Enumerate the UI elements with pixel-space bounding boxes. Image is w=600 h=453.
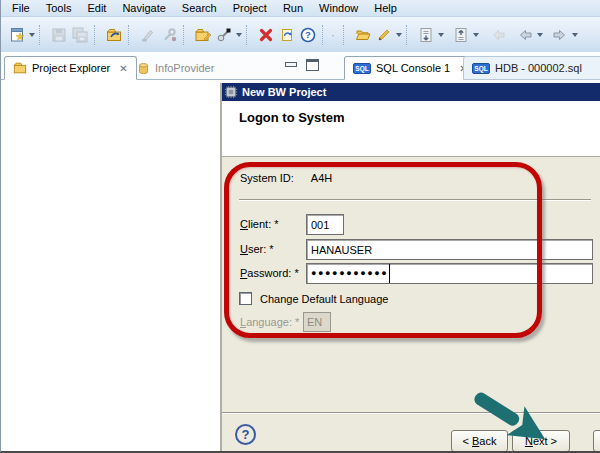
- spacer-dot-icon: ·: [331, 29, 339, 41]
- password-input[interactable]: ●●●●●●●●●●●: [306, 263, 593, 284]
- client-input[interactable]: [306, 214, 344, 235]
- dialog-header: Logon to System: [222, 101, 600, 157]
- refresh-script-icon[interactable]: [276, 24, 297, 46]
- toolbar-separator: [128, 25, 135, 45]
- knife-tool-icon[interactable]: [137, 24, 158, 46]
- folder-edit-icon[interactable]: [192, 24, 213, 46]
- minimize-icon[interactable]: [285, 62, 297, 67]
- menu-tools[interactable]: Tools: [38, 0, 80, 16]
- highlighter-dropdown-icon[interactable]: [396, 33, 402, 37]
- folder-icon: [13, 61, 27, 75]
- export-sync-icon[interactable]: [103, 24, 124, 46]
- menu-bar: File Tools Edit Navigate Search Project …: [1, 0, 600, 17]
- save-all-icon[interactable]: [69, 24, 90, 46]
- previous-annotation-icon[interactable]: [450, 24, 471, 46]
- toolbar-separator: [183, 25, 190, 45]
- sql-icon: SQL: [472, 63, 490, 74]
- tab-sql-console[interactable]: SQL SQL Console 1 ✕: [344, 56, 477, 80]
- toolbar-separator: [94, 25, 101, 45]
- separator: [222, 412, 600, 414]
- save-icon[interactable]: [48, 24, 69, 46]
- toolbar-separator: [343, 25, 350, 45]
- tab-infoprovider[interactable]: InfoProvider: [129, 56, 222, 80]
- cylinder-icon: [137, 62, 150, 75]
- maximize-icon[interactable]: [306, 59, 319, 71]
- page-title: Logon to System: [222, 101, 600, 125]
- key-tool-icon[interactable]: [213, 24, 234, 46]
- tab-strip: Project Explorer ✕ InfoProvider SQL SQL …: [1, 53, 600, 80]
- toolbar-separator: [406, 25, 413, 45]
- dialog-title: New BW Project: [242, 86, 326, 98]
- menu-edit[interactable]: Edit: [79, 0, 114, 16]
- help-button[interactable]: ?: [235, 424, 256, 445]
- key-tool-dropdown-icon[interactable]: [236, 33, 242, 37]
- open-folder-icon[interactable]: [352, 24, 373, 46]
- next-annotation-dropdown-icon[interactable]: [438, 33, 444, 37]
- eclipse-window: File Tools Edit Navigate Search Project …: [0, 0, 600, 453]
- tab-hdb-sql[interactable]: SQL HDB - 000002.sql: [463, 56, 600, 80]
- tab-project-explorer[interactable]: Project Explorer ✕: [4, 56, 137, 80]
- dialog-title-bar[interactable]: New BW Project: [222, 83, 600, 101]
- next-button[interactable]: Next >: [512, 430, 570, 452]
- user-input[interactable]: [306, 239, 593, 260]
- language-label: Language: *: [240, 316, 299, 328]
- tab-label: SQL Console 1: [376, 62, 450, 74]
- system-id-label: System ID:: [240, 172, 294, 184]
- menu-run[interactable]: Run: [275, 0, 311, 16]
- next-annotation-icon[interactable]: [415, 24, 436, 46]
- menu-navigate[interactable]: Navigate: [114, 0, 173, 16]
- language-input: EN: [303, 312, 331, 332]
- delete-icon[interactable]: [255, 24, 276, 46]
- back-history-dropdown-icon[interactable]: [537, 33, 543, 37]
- cutoff-button[interactable]: [593, 430, 600, 452]
- dialog-body: System ID: A4H Client: * User: * Passwor…: [222, 157, 600, 453]
- separator: [239, 199, 591, 201]
- chip-icon: [224, 85, 238, 99]
- menu-help[interactable]: Help: [366, 0, 405, 16]
- new-wizard-dropdown-icon[interactable]: [29, 33, 35, 37]
- new-wizard-icon[interactable]: [6, 24, 27, 46]
- menu-project[interactable]: Project: [225, 0, 275, 16]
- checkbox-label: Change Default Language: [260, 293, 388, 305]
- forward-history-icon[interactable]: [549, 24, 570, 46]
- highlighter-pen-icon[interactable]: [373, 24, 394, 46]
- menu-file[interactable]: File: [4, 0, 38, 16]
- client-label: Client: *: [240, 218, 279, 230]
- back-button[interactable]: < Back: [451, 430, 508, 452]
- password-label: Password: *: [240, 267, 299, 279]
- tab-label: Project Explorer: [32, 62, 110, 74]
- main-toolbar: ·: [1, 17, 600, 53]
- view-controls: [285, 59, 319, 71]
- tab-label: InfoProvider: [155, 62, 214, 74]
- toolbar-separator: [246, 25, 253, 45]
- toolbar-separator: [39, 25, 46, 45]
- forward-history-dropdown-icon[interactable]: [572, 33, 578, 37]
- back-history-icon[interactable]: [514, 24, 535, 46]
- help-icon[interactable]: [297, 24, 318, 46]
- password-masked-value: ●●●●●●●●●●●: [311, 264, 390, 283]
- user-label: User: *: [240, 243, 274, 255]
- system-id-row: System ID: A4H: [240, 172, 332, 184]
- project-explorer-panel: [1, 80, 220, 451]
- tab-label: HDB - 000002.sql: [495, 62, 582, 74]
- change-default-language-checkbox[interactable]: [239, 292, 252, 305]
- last-edit-location-icon[interactable]: [487, 24, 508, 46]
- menu-search[interactable]: Search: [174, 0, 225, 16]
- close-icon[interactable]: ✕: [119, 63, 127, 74]
- toolbar-separator: [322, 25, 329, 45]
- new-bw-project-dialog: New BW Project Logon to System System ID…: [220, 83, 600, 453]
- menu-window[interactable]: Window: [311, 0, 366, 16]
- previous-annotation-dropdown-icon[interactable]: [473, 33, 479, 37]
- system-id-value: A4H: [311, 172, 332, 184]
- wrench-tool-icon[interactable]: [158, 24, 179, 46]
- sql-icon: SQL: [353, 63, 371, 74]
